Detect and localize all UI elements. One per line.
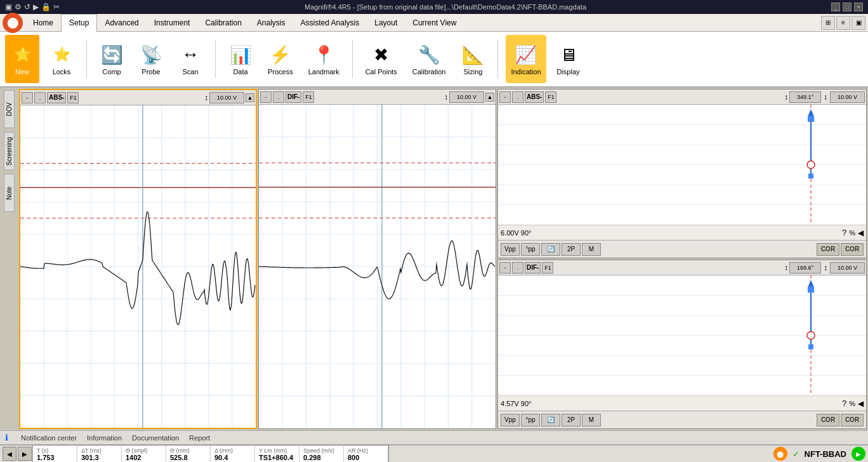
ribbon-comp[interactable]: 🔄 Comp [95,35,129,83]
panel-minus-btn-2[interactable]: - [260,91,272,103]
ar-2p-bottom[interactable]: 2P [562,414,581,426]
menu-right-btn-2[interactable]: ≡ [836,16,850,30]
notif-report[interactable]: Report [189,434,210,442]
ribbon-process[interactable]: ⚡ Process [263,35,298,83]
panel-mode-abs[interactable]: ABS- [47,92,66,103]
ar-cor-bottom-2[interactable]: COR [841,414,864,426]
nav-prev[interactable]: ◀ [3,447,16,461]
menu-setup[interactable]: Setup [61,14,97,32]
panel-filter-dif[interactable]: F1 [303,91,314,103]
scan-icon: ↔ [178,43,202,67]
titlebar-controls[interactable]: _ □ × [831,3,863,11]
ar-2p-top[interactable]: 2P [562,243,581,256]
panel-arrow-up-dif[interactable]: ▲ [485,93,494,102]
menu-right-btn-1[interactable]: ⊞ [821,16,835,30]
panel-mode-dif[interactable]: DIF- [286,91,301,103]
ribbon-sizing[interactable]: 📐 Sizing [456,35,490,83]
imp-mode-top[interactable]: ABS- [525,91,544,103]
panel-arrow-up-abs[interactable]: ▲ [246,93,254,102]
imp-question-top: ? [842,228,846,237]
ar-cor-top-1[interactable]: COR [817,243,839,256]
imp-value-top[interactable]: 10.00 V [830,91,865,103]
waveform-panel-abs: - . ABS- F1 ↕ 10.00 V ▲ [19,89,257,429]
ribbon-sizing-label: Sizing [463,68,482,76]
menu-calibration[interactable]: Calibration [197,14,249,32]
menu-home[interactable]: Home [25,14,61,32]
ribbon-divider-2 [215,40,216,78]
menu-right-btn-3[interactable]: ▣ [852,16,865,30]
panel-up-arrow-2: ↕ [444,93,448,102]
impedance-panels: - . ABS- F1 ↕ 349.1° ↕ 10.00 V 300 Hz [497,89,867,429]
ar-cor-bottom-1[interactable]: COR [817,414,839,426]
ribbon-scan[interactable]: ↔ Scan [173,35,207,83]
menu-instrument[interactable]: Instrument [147,14,198,32]
ribbon-display[interactable]: 🖥 Display [551,35,586,83]
ribbon-new-label: New [15,68,29,76]
ar-m-top[interactable]: M [582,243,601,256]
ar-dpp-top[interactable]: °pp [521,243,540,256]
ar-refresh-bottom[interactable]: 🔄 [541,414,560,426]
panel-dot-btn-1[interactable]: . [34,92,46,103]
status-right: ⬤ ✓ NFT-BBAD ▶ [773,447,865,461]
sidebar-tab-screening[interactable]: Screening [4,132,15,170]
titlebar-restore[interactable]: □ [843,3,852,11]
notif-information[interactable]: Information [87,434,122,442]
ar-vpp-top[interactable]: Vpp [501,243,520,256]
ar-dpp-bottom[interactable]: °pp [521,414,540,426]
sidebar-tab-dov[interactable]: DOV [4,90,15,128]
status-cell-delta: Δ (mm) 90.4 [211,446,255,462]
home-logo[interactable]: ⬤ [3,13,23,33]
panel-value-abs[interactable]: 10.00 V [209,92,244,103]
status-value-smpl: 1402 [126,454,162,461]
cal-points-icon: ✖ [369,43,393,67]
sidebar-tab-note[interactable]: Note [4,174,15,212]
menu-analysis[interactable]: Analysis [249,14,293,32]
menu-current-view[interactable]: Current View [405,14,464,32]
statusbar: ◀ ▶ T (s) 1.753 ΔT (ms) 301.3 Θ (smpl) 1… [0,444,868,462]
status-header-mm: Θ (mm) [170,447,206,454]
status-value-speed: 0.298 [303,454,339,461]
imp-dot-2[interactable]: . [512,262,523,274]
ribbon-calibration[interactable]: 🔧 Calibration [407,35,451,83]
titlebar-minimize[interactable]: _ [831,3,840,11]
notif-documentation[interactable]: Documentation [132,434,179,442]
status-checkmark: ✓ [792,449,799,459]
ribbon-probe[interactable]: 📡 Probe [134,35,168,83]
ribbon-cal-points[interactable]: ✖ Cal Points [360,35,402,83]
menu-advanced[interactable]: Advanced [97,14,146,32]
panel-dot-btn-2[interactable]: . [273,91,284,103]
ar-m-bottom[interactable]: M [582,414,601,426]
imp-content-bottom: 300 Hz [498,275,866,395]
menubar: ⬤ Home Setup Advanced Instrument Calibra… [0,14,868,32]
ribbon-new[interactable]: ⭐ New [5,35,39,83]
imp-dot-1[interactable]: . [512,91,523,103]
ribbon-indication[interactable]: 📈 Indication [506,35,546,83]
ribbon-locks[interactable]: ⭐ Locks [44,35,79,83]
imp-value-bottom[interactable]: 10.00 V [830,262,865,274]
imp-minus-2[interactable]: - [499,262,511,274]
imp-filter-bottom[interactable]: F1 [542,262,553,274]
imp-filter-top[interactable]: F1 [545,91,556,103]
status-green-icon: ▶ [852,447,865,461]
imp-mode-bottom[interactable]: DIF- [525,262,541,274]
titlebar-close[interactable]: × [854,3,863,11]
panel-filter-abs[interactable]: F1 [67,92,79,103]
panel-minus-btn-1[interactable]: - [22,92,33,103]
panel-value-dif[interactable]: 10.00 V [449,91,484,103]
ribbon-scan-label: Scan [182,68,198,76]
menu-layout[interactable]: Layout [367,14,405,32]
ribbon-landmark[interactable]: 📍 Landmark [303,35,345,83]
imp-minus-1[interactable]: - [499,91,511,103]
ribbon-data[interactable]: 📊 Data [223,35,258,83]
nav-next[interactable]: ▶ [18,447,32,461]
ar-refresh-top[interactable]: 🔄 [541,243,560,256]
panel-header-abs: - . ABS- F1 ↕ 10.00 V ▲ [20,90,256,105]
menu-assisted-analysis[interactable]: Assisted Analysis [293,14,367,32]
imp-angle-bottom[interactable]: 169.6° [789,262,821,274]
ar-vpp-bottom[interactable]: Vpp [501,414,520,426]
notif-center[interactable]: Notification center [21,434,77,442]
ribbon-landmark-label: Landmark [308,68,339,76]
ar-cor-top-2[interactable]: COR [841,243,864,256]
imp-angle-top[interactable]: 349.1° [789,91,821,103]
imp-question-bottom: ? [842,399,846,408]
